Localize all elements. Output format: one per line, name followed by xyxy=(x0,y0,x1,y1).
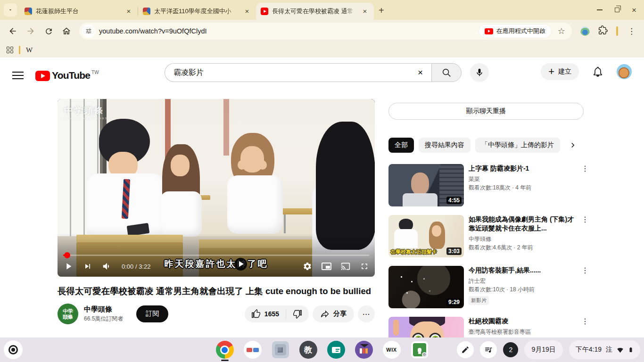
url-text[interactable]: youtube.com/watch?v=9uOfQfClydI xyxy=(99,27,475,35)
subscribe-button[interactable]: 訂閱 xyxy=(136,305,168,322)
tab1-close-icon[interactable]: × xyxy=(124,7,133,16)
pen-icon xyxy=(461,346,470,354)
back-button[interactable] xyxy=(5,23,21,39)
home-button[interactable] xyxy=(58,23,74,39)
bookmarks-bar: W xyxy=(0,42,644,58)
stylus-tools-button[interactable] xyxy=(457,341,474,358)
more-actions-button[interactable]: ⋯ xyxy=(358,305,375,322)
chromeos-shelf: 教 WIX ⚙ 2 9月19日 下午4:19 注 xyxy=(0,337,644,362)
reading-platform-app-icon[interactable] xyxy=(244,341,262,359)
video3-channel[interactable]: 許士宏 xyxy=(469,277,580,285)
video2-channel[interactable]: 中學頭條 xyxy=(469,235,580,243)
new-tab-button[interactable]: + xyxy=(379,5,384,16)
address-bar[interactable]: youtube.com/watch?v=9uOfQfClydI 在應用程式中開啟… xyxy=(79,23,572,40)
dislike-button[interactable] xyxy=(286,309,309,319)
browser-tab-3-active[interactable]: 長得太可愛在學校被霸凌 通常 × xyxy=(256,3,374,20)
video2-meta: 觀看次數:4.6萬次 · 2 年前 xyxy=(469,244,580,252)
education-app-icon[interactable]: 教 xyxy=(299,341,317,359)
search-button[interactable] xyxy=(431,63,462,82)
date-widget[interactable]: 9月19日 xyxy=(524,340,562,359)
related-video-3[interactable]: 9:29 今用訪客裝新手,結果...... 許士宏 觀看次數:10次 · 18 … xyxy=(388,266,590,308)
tab2-close-icon[interactable]: × xyxy=(243,7,251,16)
video4-title[interactable]: 杜絕校園霸凌 xyxy=(469,317,580,326)
chrome-app-icon[interactable] xyxy=(216,341,234,359)
extensions-puzzle-icon[interactable] xyxy=(598,25,608,37)
search-box[interactable]: × xyxy=(165,63,431,82)
browser-tab-strip: 花蓮親師生平台 × 太平洋盃110學年度全國中小 × 長得太可愛在學校被霸凌 通… xyxy=(0,0,644,20)
related-video-1[interactable]: 4:55 上字幕 防霸凌影片-1 菜菜 觀看次數:18萬次 · 4 年前 ⋮ xyxy=(388,164,590,206)
chevron-right-icon xyxy=(569,141,577,149)
video3-title[interactable]: 今用訪客裝新手,結果...... xyxy=(469,266,580,275)
wix-app-icon[interactable]: WIX xyxy=(383,341,401,359)
search-input[interactable] xyxy=(173,68,412,77)
channel-name[interactable]: 中學頭條 xyxy=(84,305,123,314)
menu-hamburger-icon[interactable] xyxy=(12,72,24,79)
video1-title[interactable]: 上字幕 防霸凌影片-1 xyxy=(469,164,580,173)
bookmark-star-icon[interactable]: ☆ xyxy=(555,26,568,36)
volume-icon[interactable] xyxy=(102,261,112,272)
related-video-2[interactable]: 在學校靠太近頭髮卡 3:03 如果我能成為偶像劇男主角 (下集)才靠近頭髮就卡住… xyxy=(388,215,590,257)
video1-menu-kebab-icon[interactable]: ⋮ xyxy=(580,164,590,206)
video3-thumbnail[interactable]: 9:29 xyxy=(388,266,464,308)
channel-avatar[interactable]: 中学 頭條 xyxy=(58,304,78,324)
youtube-wordmark: YouTube xyxy=(52,70,90,81)
extension-icon[interactable] xyxy=(580,26,590,36)
open-in-app-chip[interactable]: 在應用程式中開啟 xyxy=(479,25,551,38)
chip-all[interactable]: 全部 xyxy=(388,138,414,153)
tab2-favicon xyxy=(143,8,150,15)
cast-icon[interactable] xyxy=(341,262,350,271)
chips-scroll-next-button[interactable] xyxy=(569,141,577,149)
settings-gear-icon[interactable] xyxy=(303,262,312,271)
chip-search-results[interactable]: 搜尋結果內容 xyxy=(419,138,471,153)
reload-button[interactable] xyxy=(41,23,57,39)
miniplayer-icon[interactable] xyxy=(322,263,331,270)
close-window-button[interactable]: × xyxy=(632,6,636,14)
restore-button[interactable] xyxy=(615,8,619,12)
chip-from-channel[interactable]: 「中學頭條」上傳的影片 xyxy=(475,138,560,153)
fullscreen-icon[interactable] xyxy=(360,262,369,271)
cube-app-icon[interactable] xyxy=(272,341,289,359)
like-button[interactable]: 1655 xyxy=(245,309,286,319)
video3-menu-kebab-icon[interactable]: ⋮ xyxy=(580,266,590,308)
video1-channel[interactable]: 菜菜 xyxy=(469,175,580,183)
youtube-logo[interactable]: YouTube TW xyxy=(35,70,99,81)
youtube-play-logo-icon xyxy=(35,71,50,81)
wikipedia-bookmark[interactable]: W xyxy=(26,46,33,54)
related-video-list: 4:55 上字幕 防霸凌影片-1 菜菜 觀看次數:18萬次 · 4 年前 ⋮ 在… xyxy=(388,164,590,359)
video4-channel[interactable]: 臺灣高等檢察署影音專區 xyxy=(469,328,580,336)
browser-tab-2[interactable]: 太平洋盃110學年度全國中小 × xyxy=(138,3,256,20)
share-button[interactable]: 分享 xyxy=(313,305,354,322)
video2-title[interactable]: 如果我能成為偶像劇男主角 (下集)才靠近頭髮就卡住在衣服上... xyxy=(469,215,580,233)
browser-menu-kebab-icon[interactable]: ⋮ xyxy=(624,26,639,36)
home-icon xyxy=(62,26,71,36)
show-chat-replay-button[interactable]: 顯示聊天重播 xyxy=(388,103,584,120)
status-tray[interactable]: 下午4:19 注 xyxy=(569,340,640,359)
apps-grid-icon[interactable] xyxy=(7,47,13,53)
video-title: 長得太可愛在學校被霸凌 通常男主角就會出現了 上集 cute enough to… xyxy=(58,285,378,298)
play-button[interactable] xyxy=(63,261,74,272)
notification-counter[interactable]: 2 xyxy=(503,342,518,357)
video2-menu-kebab-icon[interactable]: ⋮ xyxy=(580,215,590,257)
tab-search-button[interactable] xyxy=(4,3,17,16)
video1-thumbnail[interactable]: 4:55 xyxy=(388,164,464,206)
youtube-region-label: TW xyxy=(91,70,99,75)
notifications-bell-icon[interactable] xyxy=(592,66,603,77)
site-info-button[interactable] xyxy=(82,25,95,38)
minimize-button[interactable] xyxy=(597,9,603,10)
share-icon xyxy=(320,309,330,319)
google-classroom-app-icon[interactable]: ⚙ xyxy=(411,341,429,359)
video2-thumbnail[interactable]: 在學校靠太近頭髮卡 3:03 xyxy=(388,215,464,257)
media-controls-button[interactable] xyxy=(480,341,497,358)
forward-button[interactable] xyxy=(23,23,39,39)
browser-tab-1[interactable]: 花蓮親師生平台 × xyxy=(20,3,138,20)
search-clear-icon[interactable]: × xyxy=(412,67,429,78)
account-avatar[interactable] xyxy=(617,64,632,79)
voice-search-button[interactable] xyxy=(470,63,489,82)
id-card-app-icon[interactable] xyxy=(327,341,345,359)
tab3-close-icon[interactable]: × xyxy=(361,7,369,16)
library-books-app-icon[interactable] xyxy=(355,341,373,359)
video2-duration-badge: 3:03 xyxy=(446,247,462,255)
video-player[interactable]: 中学頭條 SCHOOL HEADLINES 昨天段嘉許也太帥了吧 0:00 / … xyxy=(58,99,375,277)
create-button[interactable]: + 建立 xyxy=(541,63,579,80)
next-button[interactable] xyxy=(83,262,92,271)
